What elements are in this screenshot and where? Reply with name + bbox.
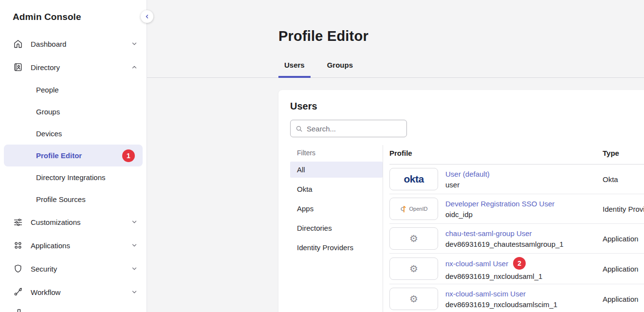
- annotation-badge-1: 1: [122, 149, 135, 162]
- gear-icon: ⚙: [389, 227, 438, 250]
- grid-dots-icon: [13, 240, 23, 250]
- filter-identity-providers[interactable]: Identity Providers: [290, 239, 383, 256]
- profiles-table-wrap: Profile Type okta: [383, 145, 644, 312]
- search-box: [290, 120, 407, 137]
- sidebar-item-people[interactable]: People: [4, 79, 143, 101]
- profile-type: Okta: [603, 165, 644, 194]
- sidebar-item-devices[interactable]: Devices: [4, 123, 143, 145]
- sidebar-item-label: Customizations: [31, 218, 131, 226]
- profile-subtitle: user: [445, 181, 490, 189]
- sidebar-item-dashboard[interactable]: Dashboard: [0, 32, 147, 55]
- sidebar-item-label: Profile Editor: [36, 151, 122, 160]
- sidebar-nav: Dashboard Directory People Groups Device…: [0, 32, 147, 304]
- profile-subtitle: dev86931619_nxcloudsamlscim_1: [445, 300, 557, 309]
- sidebar-item-label: Dashboard: [31, 40, 131, 48]
- chevron-down-icon: [131, 242, 138, 249]
- profile-type: Application: [603, 284, 644, 312]
- home-icon: [13, 39, 23, 49]
- sidebar-item-customizations[interactable]: Customizations: [0, 210, 147, 234]
- search-icon: [295, 125, 303, 132]
- chevron-down-icon: [131, 289, 138, 295]
- sidebar-item-label: Devices: [36, 129, 135, 138]
- openid-logo: OpenID: [389, 198, 438, 220]
- sidebar-item-label: Applications: [31, 241, 131, 250]
- sidebar-item-directory-integrations[interactable]: Directory Integrations: [4, 166, 143, 188]
- sidebar-item-profile-sources[interactable]: Profile Sources: [4, 188, 143, 210]
- users-panel: Users Filters All Okta Apps Directories …: [278, 90, 644, 312]
- sidebar-item-profile-editor[interactable]: Profile Editor 1: [4, 145, 143, 166]
- panel-body: Filters All Okta Apps Directories Identi…: [290, 145, 644, 312]
- app-title: Admin Console: [0, 0, 147, 27]
- sidebar-item-label: Workflow: [31, 288, 131, 296]
- chevron-down-icon: [131, 219, 138, 225]
- filters-panel: Filters All Okta Apps Directories Identi…: [290, 145, 383, 312]
- shield-icon: [13, 264, 23, 274]
- chevron-up-icon: [131, 64, 138, 71]
- profile-link[interactable]: Developer Registration SSO User: [445, 200, 554, 208]
- filter-apps[interactable]: Apps: [290, 201, 383, 217]
- openid-mark-icon: [400, 205, 407, 213]
- profile-subtitle: dev86931619_nxcloudsaml_1: [445, 272, 542, 280]
- profile-type: Application: [603, 254, 644, 284]
- okta-logo: okta: [389, 168, 438, 190]
- profile-link[interactable]: chau-test-saml-group User: [445, 229, 532, 238]
- filter-all[interactable]: All: [290, 162, 383, 178]
- profile-link[interactable]: nx-cloud-saml-scim User: [445, 290, 526, 298]
- sidebar-item-label: Profile Sources: [36, 195, 135, 203]
- table-header-row: Profile Type: [389, 145, 644, 165]
- main-content: Profile Editor Users Groups Users Filter…: [147, 0, 644, 312]
- profile-type: Application: [603, 224, 644, 254]
- table-row: ⚙ nx-cloud-saml-scim User dev86931619_nx…: [389, 284, 644, 312]
- sidebar-collapse-button[interactable]: [141, 10, 153, 23]
- profiles-table: Profile Type okta: [389, 145, 644, 312]
- table-row: okta User (default) user: [389, 165, 644, 194]
- search-input[interactable]: [307, 125, 402, 133]
- sidebar-item-label: Groups: [36, 108, 135, 116]
- gear-icon: ⚙: [389, 257, 438, 280]
- profile-subtitle: oidc_idp: [445, 210, 554, 219]
- panel-title: Users: [290, 101, 644, 112]
- sidebar-item-applications[interactable]: Applications: [0, 234, 147, 257]
- gear-icon: ⚙: [389, 288, 438, 310]
- chevron-left-icon: [144, 14, 150, 19]
- profile-type: Identity Provider: [603, 194, 644, 224]
- page-title: Profile Editor: [278, 28, 368, 44]
- id-card-icon: [13, 62, 23, 72]
- filter-directories[interactable]: Directories: [290, 220, 383, 236]
- table-row: OpenID Developer Registration SSO User o…: [389, 194, 644, 224]
- filters-title: Filters: [290, 147, 383, 162]
- chevron-down-icon: [131, 40, 138, 47]
- sidebar-item-label: Security: [31, 265, 131, 273]
- annotation-badge-2: 2: [513, 257, 526, 270]
- tab-groups[interactable]: Groups: [321, 61, 359, 78]
- sidebar-item-directory[interactable]: Directory: [0, 55, 147, 79]
- sidebar-item-label: People: [36, 86, 135, 94]
- sidebar: Admin Console Dashboard Directory: [0, 0, 147, 312]
- column-header-profile: Profile: [389, 145, 603, 165]
- table-row: ⚙ nx-cloud-saml User 2 dev86931619_nxclo…: [389, 254, 644, 284]
- column-header-type: Type: [603, 145, 644, 165]
- sidebar-item-security[interactable]: Security: [0, 257, 147, 280]
- workflow-icon: [13, 287, 23, 297]
- reports-icon: [14, 308, 24, 312]
- sidebar-item-groups[interactable]: Groups: [4, 101, 143, 123]
- profile-link[interactable]: User (default): [445, 170, 490, 178]
- tab-users[interactable]: Users: [278, 61, 311, 78]
- profile-subtitle: dev86931619_chautestsamlgroup_1: [445, 240, 564, 248]
- table-row: ⚙ chau-test-saml-group User dev86931619_…: [389, 224, 644, 254]
- sidebar-item-label: Directory: [31, 63, 131, 72]
- sliders-icon: [13, 217, 23, 227]
- chevron-down-icon: [131, 265, 138, 272]
- tab-bar: Users Groups: [147, 60, 644, 78]
- sidebar-item-workflow[interactable]: Workflow: [0, 280, 147, 304]
- profile-link[interactable]: nx-cloud-saml User: [445, 259, 508, 268]
- filter-okta[interactable]: Okta: [290, 181, 383, 197]
- sidebar-item-label: Directory Integrations: [36, 173, 135, 182]
